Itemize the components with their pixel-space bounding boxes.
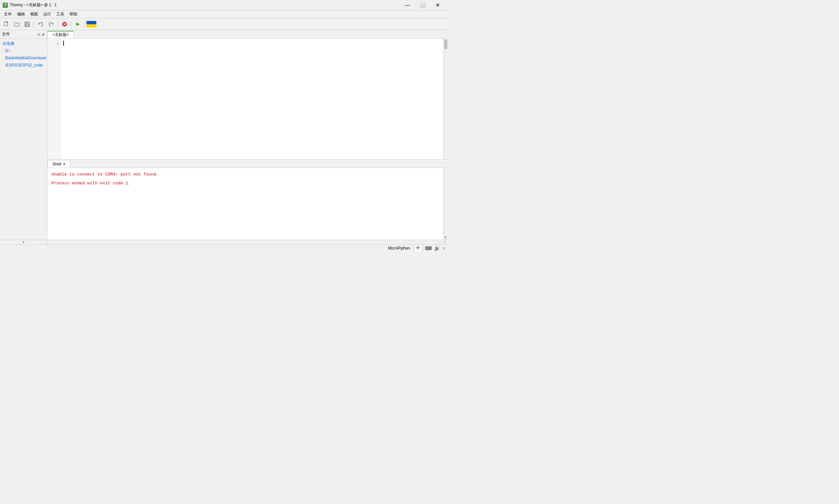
line-numbers: 1 [48, 39, 60, 159]
line-number-1: 1 [49, 41, 59, 48]
sidebar-header: 文件 ≡ ▲ [0, 30, 47, 39]
redo-icon [48, 21, 54, 27]
menu-edit[interactable]: 编辑 [14, 11, 28, 18]
sidebar-expand-icon[interactable]: ▲ [41, 32, 45, 37]
title-bar-left: T Thonny - <无标题> @ 1 : 1 [3, 2, 57, 8]
toolbar [0, 18, 448, 30]
code-editor: 1 [48, 39, 448, 159]
open-file-button[interactable] [12, 20, 22, 29]
new-file-icon [3, 21, 9, 27]
menu-file[interactable]: 文件 [1, 11, 14, 18]
shell-tab-indicator [63, 163, 65, 165]
close-button[interactable]: ✕ [430, 0, 445, 11]
file-tree-item-d[interactable]: D:\ [0, 47, 47, 54]
stop-button[interactable] [60, 20, 69, 29]
undo-icon [38, 21, 43, 27]
app-icon: T [3, 3, 8, 8]
shell-text-area: Unable to connect to COM4: port not foun… [51, 170, 439, 237]
status-bar: MicroPython 中 ⌨ 🔊 ∧ [0, 244, 448, 252]
shell-content[interactable]: Unable to connect to COM4: port not foun… [48, 168, 443, 240]
system-tray: 中 ⌨ 🔊 ∧ [414, 244, 445, 252]
svg-rect-4 [25, 24, 29, 26]
interpreter-label: MicroPython [388, 246, 410, 251]
sidebar-title: 文件 [2, 32, 10, 37]
new-file-button[interactable] [1, 20, 11, 29]
sidebar-header-icons: ≡ ▲ [37, 32, 45, 37]
open-file-icon [14, 21, 20, 27]
tray-volume[interactable]: 🔊 [434, 246, 440, 251]
window-controls: — ⬜ ✕ [400, 0, 445, 11]
menu-tools[interactable]: 工具 [54, 11, 67, 18]
redo-button[interactable] [46, 20, 56, 29]
tray-more[interactable]: ∧ [442, 246, 445, 250]
sidebar-content: 此电脑 D:\ BaiduNetdiskDownload \ESP32\ESP3… [0, 39, 47, 240]
shell-panel: Shell Unable to connect to COM4: port no… [48, 159, 448, 244]
toolbar-separator-2 [58, 21, 58, 28]
menu-run[interactable]: 运行 [41, 11, 54, 18]
flag-yellow-stripe [87, 24, 97, 28]
shell-scroll-down[interactable]: ▼ [443, 235, 448, 240]
sidebar-scrollbar-down[interactable]: ▼ [0, 240, 47, 244]
menu-view[interactable]: 视图 [28, 11, 41, 18]
stop-icon [62, 21, 68, 27]
save-file-button[interactable] [22, 20, 32, 29]
ukraine-flag-icon [87, 21, 97, 28]
toolbar-separator-3 [71, 21, 71, 28]
run-button[interactable] [73, 20, 83, 29]
shell-tabs: Shell [48, 160, 448, 168]
shell-scroll-indicator: ▼ [443, 241, 447, 244]
editor-scrollbar-vertical[interactable] [443, 39, 448, 159]
file-tree-item-esp32[interactable]: \ESP32\ESP32_code [0, 61, 47, 69]
flag-blue-stripe [87, 21, 97, 24]
shell-scrollbar-panel: ▼ [443, 168, 448, 240]
svg-marker-8 [76, 22, 80, 26]
shell-tab-label: Shell [52, 162, 61, 166]
run-icon [75, 21, 81, 27]
file-tree-item-baidu[interactable]: BaiduNetdiskDownload [0, 54, 47, 61]
shell-tab[interactable]: Shell [48, 160, 70, 168]
svg-rect-3 [26, 22, 28, 23]
sidebar-menu-icon[interactable]: ≡ [37, 32, 40, 37]
maximize-button[interactable]: ⬜ [415, 0, 430, 11]
menu-bar: 文件 编辑 视图 运行 工具 帮助 [0, 11, 448, 18]
shell-error-line1: Unable to connect to COM4: port not foun… [51, 170, 439, 178]
scrollbar-thumb[interactable] [444, 39, 447, 49]
sidebar: 文件 ≡ ▲ 此电脑 D:\ BaiduNetdiskDownload \ESP… [0, 30, 48, 244]
editor-area: <无标题> 1 Shell [48, 30, 448, 244]
title-bar: T Thonny - <无标题> @ 1 : 1 — ⬜ ✕ [0, 0, 448, 11]
toolbar-separator-1 [34, 21, 34, 28]
text-cursor [63, 41, 64, 46]
save-file-icon [24, 21, 30, 27]
minimize-button[interactable]: — [400, 0, 415, 11]
shell-body: Unable to connect to COM4: port not foun… [48, 168, 448, 240]
tray-lang[interactable]: 中 [414, 244, 422, 252]
undo-button[interactable] [36, 20, 46, 29]
code-content[interactable] [60, 39, 443, 159]
editor-tab-untitled[interactable]: <无标题> [48, 31, 74, 38]
editor-tabs: <无标题> [48, 30, 448, 39]
shell-bottom-bar: ▼ [48, 240, 448, 244]
tray-keyboard[interactable]: ⌨ [425, 246, 432, 251]
menu-help[interactable]: 帮助 [67, 11, 80, 18]
file-tree-item-computer[interactable]: 此电脑 [0, 40, 47, 47]
title-bar-text: Thonny - <无标题> @ 1 : 1 [10, 2, 57, 8]
main-area: 文件 ≡ ▲ 此电脑 D:\ BaiduNetdiskDownload \ESP… [0, 30, 448, 244]
shell-error-line2: Process ended with exit code 1. [51, 179, 439, 187]
toolbar-separator-4 [85, 21, 85, 28]
